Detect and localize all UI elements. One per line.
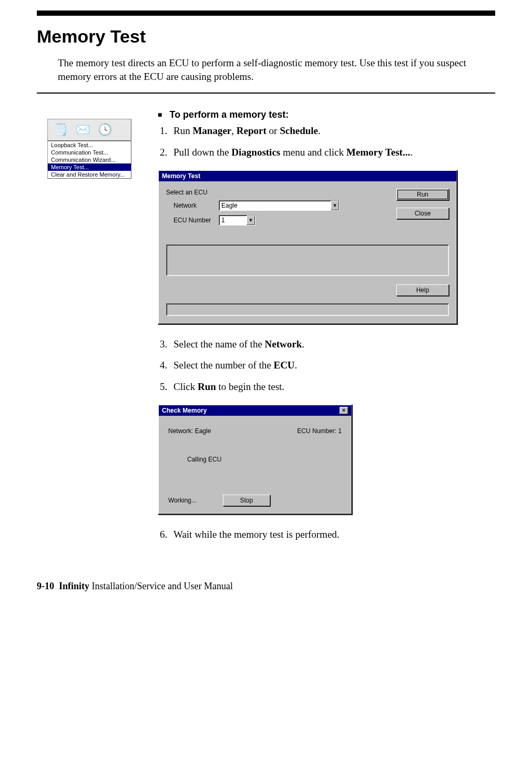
memory-test-dialog: Memory Test Select an ECU Network Eagle … (158, 170, 457, 324)
page-title: Memory Test (37, 26, 495, 47)
menu-item[interactable]: Communication Test... (48, 149, 131, 156)
mini-toolbar: 🗒️ ✉️ 🕓 (47, 119, 131, 141)
menu-item[interactable]: Loopback Test... (48, 141, 131, 149)
close-icon[interactable]: × (340, 407, 348, 414)
dialog-titlebar: Memory Test (159, 171, 456, 181)
step-2: 2. Pull down the Diagnostics menu and cl… (158, 146, 478, 159)
close-button[interactable]: Close (396, 208, 449, 219)
intro-paragraph: The memory test directs an ECU to perfor… (58, 56, 495, 83)
output-panel (166, 244, 449, 276)
help-button[interactable]: Help (396, 284, 449, 296)
network-info: Network: Eagle (168, 427, 211, 435)
working-status: Working... (168, 497, 197, 504)
section-rule (37, 93, 495, 94)
status-bar (166, 303, 449, 316)
menu-item[interactable]: Clear and Restore Memory... (48, 171, 131, 178)
menu-item[interactable]: Memory Test... (48, 163, 131, 171)
step-6: 6. Wait while the memory test is perform… (158, 528, 478, 541)
network-label: Network (166, 202, 219, 209)
step-3: 3. Select the name of the Network. (158, 338, 478, 351)
envelope-icon: ✉️ (74, 121, 91, 138)
menu-item[interactable]: Communication Wizard... (48, 156, 131, 163)
ecu-number-combo[interactable]: 1 ▼ (219, 215, 255, 225)
dialog-title: Check Memory (162, 407, 207, 414)
note-icon: 🗒️ (52, 121, 69, 138)
status-message: Calling ECU (166, 456, 344, 463)
clock-icon: 🕓 (96, 121, 113, 138)
stop-button[interactable]: Stop (223, 495, 270, 506)
network-combo[interactable]: Eagle ▼ (219, 200, 340, 211)
diagnostics-menu: Loopback Test...Communication Test...Com… (47, 141, 131, 179)
ecu-number-combo-value: 1 (221, 217, 225, 224)
header-rule (37, 11, 495, 16)
step-4: 4. Select the number of the ECU. (158, 359, 478, 372)
dialog-titlebar: Check Memory × (159, 405, 351, 416)
network-combo-value: Eagle (221, 202, 238, 209)
page-footer: 9-10 Infinity Installation/Service and U… (37, 581, 495, 592)
group-label: Select an ECU (166, 189, 376, 196)
task-heading: To perform a memory test: (158, 109, 478, 120)
step-5: 5. Click Run to begin the test. (158, 381, 478, 394)
step-1: 1. Run Manager, Report or Schedule. (158, 125, 478, 138)
ecu-number-label: ECU Number (166, 217, 219, 224)
chevron-down-icon[interactable]: ▼ (331, 201, 339, 210)
chevron-down-icon[interactable]: ▼ (247, 216, 255, 225)
ecu-info: ECU Number: 1 (297, 427, 342, 435)
check-memory-dialog: Check Memory × Network: Eagle ECU Number… (158, 404, 352, 515)
dialog-title: Memory Test (162, 172, 200, 180)
run-button[interactable]: Run (396, 189, 449, 200)
